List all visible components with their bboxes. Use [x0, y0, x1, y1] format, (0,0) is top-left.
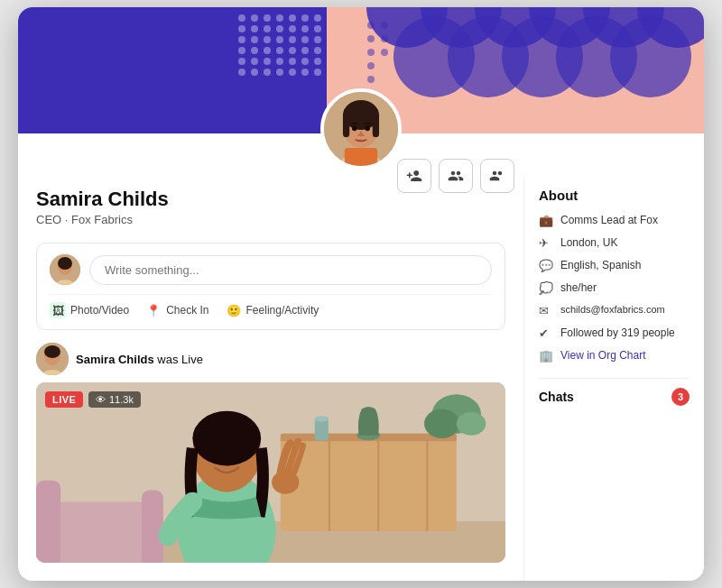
- svg-rect-38: [281, 434, 457, 531]
- svg-point-11: [367, 22, 375, 29]
- location-icon: 📍: [145, 302, 162, 318]
- post-user-avatar: [50, 254, 80, 285]
- about-item-followers: ✔ Followed by 319 people: [539, 326, 690, 341]
- pronoun-icon: 💭: [539, 281, 553, 296]
- svg-rect-44: [315, 418, 329, 440]
- org-chart-icon: 🏢: [539, 349, 553, 363]
- email-icon: ✉: [539, 304, 553, 318]
- svg-rect-23: [343, 113, 349, 137]
- post-input-row: [50, 254, 492, 285]
- live-post-header: Samira Childs was Live: [36, 343, 505, 375]
- post-input-field[interactable]: [89, 255, 492, 285]
- live-post-avatar: [36, 343, 69, 375]
- dots-pattern: [238, 14, 327, 76]
- photo-video-label: Photo/Video: [70, 304, 129, 317]
- feeling-activity-label: Feeling/Activity: [246, 304, 319, 317]
- profile-avatar-wrapper: [320, 88, 402, 170]
- svg-rect-24: [373, 113, 379, 137]
- live-video-bg: [36, 382, 505, 563]
- svg-rect-51: [142, 491, 163, 564]
- chats-label: Chats: [539, 390, 574, 404]
- svg-point-54: [192, 411, 261, 466]
- svg-point-16: [381, 22, 388, 29]
- profile-name: Samira Childs: [36, 188, 505, 211]
- about-item-org[interactable]: 🏢 View in Org Chart: [539, 349, 690, 363]
- profile-avatar: [320, 88, 402, 170]
- svg-point-10: [610, 16, 691, 97]
- briefcase-icon: 💼: [539, 214, 553, 228]
- live-post: Samira Childs was Live: [36, 343, 505, 563]
- about-item-pronoun: 💭 she/her: [539, 281, 690, 296]
- photo-video-button[interactable]: 🖼 Photo/Video: [50, 302, 129, 318]
- svg-point-34: [44, 345, 60, 358]
- svg-point-17: [381, 35, 388, 42]
- about-item-email: ✉ schilds@foxfabrics.com: [539, 304, 690, 318]
- svg-point-48: [457, 412, 486, 436]
- chats-section[interactable]: Chats 3: [539, 378, 690, 406]
- about-item-location: ✈ London, UK: [539, 236, 690, 251]
- svg-point-18: [381, 49, 388, 56]
- svg-point-12: [367, 35, 375, 42]
- post-actions-row: 🖼 Photo/Video 📍 Check In 🙂: [50, 294, 492, 318]
- svg-rect-50: [36, 481, 60, 563]
- about-title: About: [539, 188, 690, 203]
- svg-point-14: [367, 62, 375, 69]
- svg-point-15: [367, 76, 375, 83]
- svg-point-55: [212, 451, 220, 460]
- svg-point-26: [352, 125, 356, 131]
- live-scene-svg: [36, 382, 505, 563]
- eye-icon: 👁: [96, 394, 106, 405]
- svg-point-13: [367, 49, 375, 56]
- cover-left: [18, 7, 327, 133]
- live-views: 👁 11.3k: [88, 391, 141, 408]
- check-in-button[interactable]: 📍 Check In: [145, 302, 208, 318]
- profile-title: CEO · Fox Fabrics: [36, 213, 505, 226]
- post-box: 🖼 Photo/Video 📍 Check In 🙂: [36, 243, 505, 330]
- left-column: Samira Childs CEO · Fox Fabrics: [18, 177, 523, 581]
- live-post-name: Samira Childs was Live: [76, 353, 203, 366]
- live-badge: LIVE: [45, 391, 83, 408]
- about-item-job: 💼 Comms Lead at Fox: [539, 214, 690, 228]
- svg-point-27: [366, 125, 370, 131]
- main-content: Samira Childs CEO · Fox Fabrics: [18, 133, 704, 581]
- location-pin-icon: ✈: [539, 236, 553, 251]
- views-count: 11.3k: [109, 394, 134, 405]
- svg-point-45: [315, 416, 329, 422]
- svg-point-30: [58, 257, 72, 270]
- right-sidebar: About 💼 Comms Lead at Fox ✈ London, UK 💬…: [523, 177, 704, 581]
- svg-point-56: [234, 451, 242, 460]
- live-video-container: LIVE 👁 11.3k: [36, 382, 505, 563]
- about-item-language: 💬 English, Spanish: [539, 259, 690, 273]
- feeling-activity-button[interactable]: 🙂 Feeling/Activity: [226, 302, 319, 318]
- chats-badge: 3: [671, 388, 690, 406]
- follow-icon: ✔: [539, 326, 553, 341]
- check-in-label: Check In: [166, 304, 208, 317]
- speech-bubble-icon: 💬: [539, 259, 553, 273]
- cover-section: [18, 7, 704, 133]
- svg-point-47: [424, 409, 459, 439]
- photo-icon: 🖼: [50, 302, 66, 318]
- svg-rect-25: [345, 148, 377, 166]
- app-window: Samira Childs CEO · Fox Fabrics: [18, 7, 704, 581]
- emoji-icon: 🙂: [226, 302, 242, 318]
